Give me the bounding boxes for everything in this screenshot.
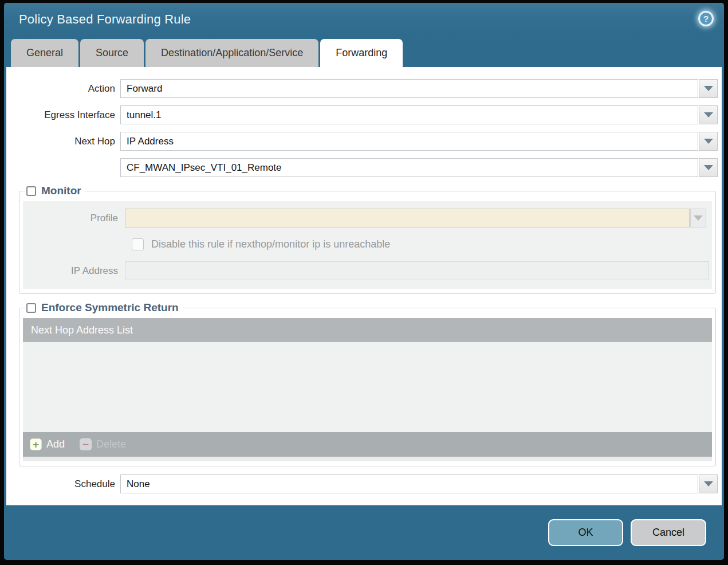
chevron-down-icon (704, 139, 713, 144)
tab-bar: General Source Destination/Application/S… (4, 36, 724, 67)
next-hop-address-list-body[interactable] (23, 342, 712, 432)
next-hop-type-select[interactable]: IP Address (120, 132, 698, 151)
table-scrollbar-track (23, 457, 712, 461)
egress-interface-select[interactable]: tunnel.1 (120, 105, 698, 124)
tab-forwarding[interactable]: Forwarding (320, 39, 403, 67)
next-hop-address-row: CF_MWAN_IPsec_VTI_01_Remote (6, 158, 722, 177)
dialog-titlebar: Policy Based Forwarding Rule ? (4, 3, 724, 36)
egress-interface-dropdown-button[interactable] (699, 105, 718, 124)
monitor-ip-address-row: IP Address (23, 261, 712, 280)
tab-destination-application-service[interactable]: Destination/Application/Service (145, 39, 318, 67)
plus-icon: + (30, 438, 42, 450)
profile-dropdown-button (690, 209, 706, 227)
next-hop-label: Next Hop (6, 136, 120, 147)
next-hop-address-select[interactable]: CF_MWAN_IPsec_VTI_01_Remote (120, 158, 698, 177)
next-hop-address-dropdown-button[interactable] (699, 158, 718, 177)
monitor-ip-address-label: IP Address (23, 265, 125, 277)
schedule-row: Schedule None (6, 474, 722, 493)
profile-row: Profile (23, 209, 712, 227)
help-icon[interactable]: ? (698, 11, 714, 26)
disable-rule-row: Disable this rule if nexthop/monitor ip … (23, 235, 712, 254)
next-hop-address-list-table: Next Hop Address List + Add − Delete (23, 318, 712, 461)
delete-button: − Delete (80, 438, 126, 450)
monitor-fieldset: Monitor Profile (19, 185, 716, 294)
schedule-select[interactable]: None (120, 474, 698, 493)
next-hop-address-list-toolbar: + Add − Delete (23, 432, 712, 457)
tab-general[interactable]: General (11, 39, 78, 67)
policy-based-forwarding-rule-dialog: Policy Based Forwarding Rule ? General S… (4, 3, 724, 560)
chevron-down-icon (704, 481, 713, 486)
ok-button[interactable]: OK (548, 519, 623, 546)
enforce-symmetric-return-legend-label: Enforce Symmetric Return (41, 301, 179, 314)
add-button[interactable]: + Add (30, 438, 65, 450)
monitor-ip-address-input (125, 261, 709, 280)
profile-select (125, 209, 690, 227)
dialog-footer: OK Cancel (4, 505, 724, 560)
chevron-down-icon (704, 112, 713, 117)
chevron-down-icon (694, 215, 703, 221)
egress-interface-row: Egress Interface tunnel.1 (6, 105, 722, 124)
cancel-button[interactable]: Cancel (631, 519, 706, 546)
schedule-dropdown-button[interactable] (699, 474, 718, 493)
action-row: Action Forward (6, 79, 722, 98)
delete-button-label: Delete (96, 438, 126, 450)
chevron-down-icon (704, 86, 713, 91)
monitor-legend-label: Monitor (41, 185, 81, 197)
next-hop-type-dropdown-button[interactable] (699, 132, 718, 151)
add-button-label: Add (46, 438, 65, 450)
action-select[interactable]: Forward (120, 79, 698, 98)
disable-rule-checkbox (132, 238, 144, 250)
egress-interface-label: Egress Interface (6, 109, 120, 121)
dialog-title: Policy Based Forwarding Rule (19, 12, 191, 27)
window-frame: Policy Based Forwarding Rule ? General S… (0, 0, 728, 565)
enforce-symmetric-return-legend: Enforce Symmetric Return (25, 301, 183, 314)
action-dropdown-button[interactable] (699, 79, 718, 98)
action-label: Action (6, 83, 120, 95)
monitor-checkbox[interactable] (26, 186, 36, 196)
next-hop-address-list-header: Next Hop Address List (23, 318, 712, 342)
minus-icon: − (80, 438, 92, 450)
profile-label: Profile (23, 213, 125, 224)
monitor-panel: Profile Disable this rule if nexthop/mon… (23, 201, 712, 289)
tab-content-forwarding: Action Forward Egress Interface tunnel.1 (6, 67, 722, 505)
monitor-legend: Monitor (25, 185, 85, 197)
next-hop-row: Next Hop IP Address (6, 132, 722, 151)
chevron-down-icon (704, 165, 713, 170)
schedule-label: Schedule (6, 478, 120, 490)
disable-rule-label: Disable this rule if nexthop/monitor ip … (151, 238, 390, 250)
enforce-symmetric-return-fieldset: Enforce Symmetric Return Next Hop Addres… (19, 301, 716, 466)
enforce-symmetric-return-checkbox[interactable] (26, 303, 36, 313)
tab-source[interactable]: Source (80, 39, 144, 67)
